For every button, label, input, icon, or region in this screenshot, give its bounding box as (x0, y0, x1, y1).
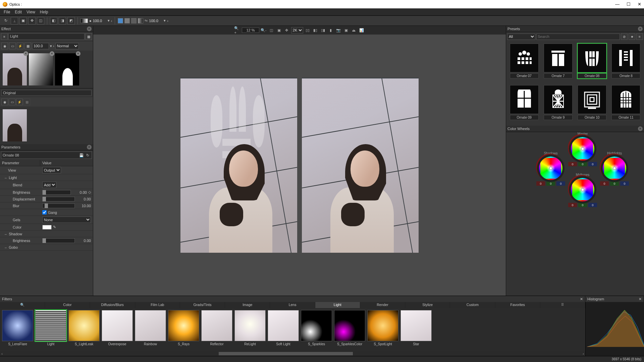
filter-item[interactable]: S_SpotLight (367, 310, 398, 349)
close-icon[interactable]: ✕ (23, 51, 28, 56)
close-icon[interactable]: ✕ (87, 145, 92, 149)
param-group-light[interactable]: Light (0, 175, 40, 181)
layer-thumb[interactable]: ✕ (29, 53, 53, 85)
layers-icon[interactable]: ≡ (1, 33, 8, 40)
close-icon[interactable]: ✕ (50, 51, 54, 56)
filter-category[interactable]: Stylize (405, 302, 450, 308)
filter-item[interactable]: Overexpose (102, 310, 133, 349)
mask-a-icon[interactable]: ◧ (50, 17, 57, 24)
filter-item[interactable]: S_LightLeak (68, 310, 100, 349)
filter-item[interactable]: Light (35, 310, 66, 349)
eyedropper-icon[interactable]: ✎ (53, 225, 56, 229)
bolt-icon[interactable]: ⚡ (17, 43, 23, 49)
window-minimize-button[interactable]: — (615, 2, 620, 7)
scope-icon[interactable]: ⛰ (351, 27, 357, 34)
filter-item[interactable]: Star (400, 310, 432, 349)
highlights-color-wheel[interactable] (603, 157, 626, 180)
menu-edit[interactable]: Edit (12, 9, 24, 15)
close-icon[interactable]: ✕ (580, 297, 583, 301)
gradient-preview[interactable] (80, 18, 88, 23)
grid-options-icon[interactable]: ⠿ (540, 302, 585, 308)
mask-b-icon[interactable]: ◨ (59, 17, 66, 24)
safe-area-icon[interactable]: ▣ (343, 27, 350, 34)
refresh-icon[interactable]: ↻ (85, 153, 90, 158)
grid-icon[interactable]: ▦ (24, 43, 31, 49)
shadows-color-wheel[interactable] (539, 157, 562, 180)
original-thumb[interactable] (3, 109, 27, 141)
eye-icon[interactable]: ◉ (1, 99, 8, 105)
favorite-icon[interactable]: ★ (629, 33, 635, 40)
mask-c-icon[interactable]: ◩ (67, 17, 75, 24)
menu-help[interactable]: Help (38, 9, 51, 15)
preset-filter-select[interactable]: All (507, 34, 535, 40)
filter-item[interactable]: S_Rays (168, 310, 199, 349)
opacity-value-1[interactable]: 100.0 (93, 19, 106, 23)
swatch-2[interactable] (124, 18, 130, 23)
resolution-select[interactable]: 2K (291, 27, 303, 34)
preset-item[interactable]: Ornate 07 (509, 44, 539, 82)
opacity-value-2[interactable]: 100.0 (149, 19, 162, 23)
preset-item[interactable]: Ornate 8 (611, 44, 641, 82)
eye-icon[interactable]: ◉ (1, 43, 8, 49)
preset-item[interactable]: Ornate 09 (509, 85, 539, 123)
swatch-3[interactable] (131, 18, 137, 23)
layer-thumb[interactable]: ✕ (55, 53, 79, 85)
pan-icon[interactable]: ✥ (283, 27, 290, 34)
zoom-value[interactable]: 12 % (242, 27, 259, 33)
keyframe-icon[interactable]: ◇ (88, 190, 91, 194)
param-group-gobo[interactable]: Gobo (0, 244, 40, 250)
filter-category[interactable]: Grads/Tints (180, 302, 225, 308)
stepper-down-icon[interactable]: ▾ (50, 44, 52, 48)
chevron-right-icon[interactable]: › (167, 19, 168, 23)
screen-icon[interactable]: ▭ (9, 43, 16, 49)
filter-category[interactable]: Lens (270, 302, 315, 308)
midtones-color-wheel[interactable] (571, 178, 594, 201)
single-icon[interactable]: ▮ (327, 27, 334, 34)
swatch-4[interactable] (138, 18, 143, 23)
zoom-in-icon[interactable]: 🔍+ (234, 27, 241, 34)
filter-category[interactable]: Image (225, 302, 270, 308)
menu-file[interactable]: File (1, 9, 12, 15)
preset-item[interactable]: Ornate 11 (611, 85, 641, 123)
compare-c-icon[interactable]: ▯▮ (320, 27, 326, 34)
blend-select[interactable]: Add (42, 182, 56, 188)
filter-item[interactable]: Reflector (201, 310, 232, 349)
preset-search-input[interactable] (536, 34, 620, 40)
move-icon[interactable]: ✥ (28, 17, 36, 24)
preset-item[interactable]: Ornate 08 (577, 44, 607, 82)
shadow-brightness-slider[interactable] (42, 238, 75, 243)
histogram-icon[interactable]: 📊 (358, 27, 365, 34)
transform-icon[interactable]: ▣ (19, 17, 27, 24)
save-preset-icon[interactable]: 💾 (79, 153, 84, 158)
zoom-out-icon[interactable]: 🔍- (260, 27, 267, 34)
filter-category[interactable]: Film Lab (135, 302, 180, 308)
viewer-area[interactable] (93, 35, 506, 296)
swap-icon[interactable]: ⇋ (145, 18, 148, 23)
filter-category[interactable]: Diffusion/Blurs (90, 302, 135, 308)
compare-a-icon[interactable]: ▯▯ (304, 27, 311, 34)
filter-item[interactable]: Rainbow (135, 310, 166, 349)
gels-select[interactable]: None (42, 217, 91, 223)
select-icon[interactable]: ◫ (37, 17, 44, 24)
chevron-right-icon[interactable]: › (111, 19, 112, 23)
screen-icon[interactable]: ▭ (9, 99, 15, 105)
window-maximize-button[interactable]: ☐ (627, 2, 631, 7)
gang-checkbox[interactable] (42, 210, 47, 215)
search-icon[interactable]: 🔍 (0, 302, 45, 308)
close-icon[interactable]: ✕ (76, 51, 80, 56)
view-select[interactable]: Output (42, 167, 61, 173)
menu-view[interactable]: View (24, 9, 38, 15)
color-swatch[interactable] (42, 225, 52, 230)
refresh-icon[interactable]: ↻ (2, 17, 9, 24)
close-icon[interactable]: ✕ (638, 126, 643, 131)
close-icon[interactable]: ✕ (639, 297, 642, 301)
filter-category[interactable]: Custom (450, 302, 495, 308)
master-color-wheel[interactable] (571, 137, 594, 161)
filter-item[interactable]: S_Sparkles (301, 310, 332, 349)
effect-name[interactable]: Light (8, 33, 85, 40)
props-icon[interactable]: ▦ (85, 33, 92, 40)
chevron-right-icon[interactable]: › (53, 44, 54, 48)
clear-search-icon[interactable]: ⊘ (621, 33, 628, 40)
close-icon[interactable]: ✕ (87, 26, 92, 31)
filter-category[interactable]: Render (360, 302, 405, 308)
